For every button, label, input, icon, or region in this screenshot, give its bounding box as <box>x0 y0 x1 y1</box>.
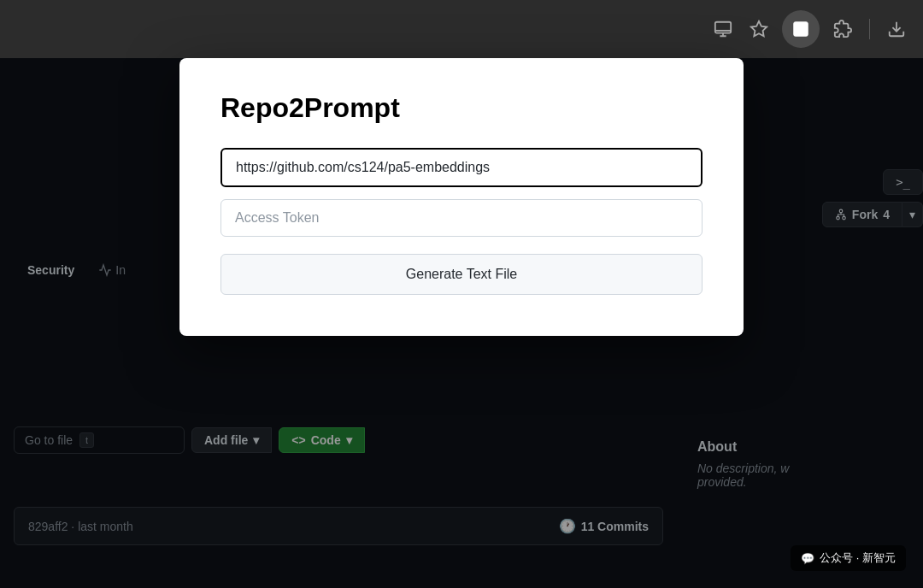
extension-icon[interactable] <box>830 16 855 42</box>
star-icon[interactable] <box>746 16 772 42</box>
download-icon[interactable] <box>884 16 909 42</box>
access-token-input[interactable] <box>220 199 703 237</box>
wechat-icon: 💬 <box>801 552 814 565</box>
url-input[interactable] <box>220 148 703 187</box>
divider <box>869 19 870 39</box>
cast-icon[interactable] <box>710 16 736 42</box>
repo2prompt-modal: Repo2Prompt Generate Text File <box>179 58 744 336</box>
svg-marker-1 <box>751 21 767 36</box>
svg-rect-2 <box>794 22 808 37</box>
wechat-label: 公众号 · 新智元 <box>820 550 896 566</box>
generate-button[interactable]: Generate Text File <box>220 254 703 295</box>
active-tab-icon[interactable] <box>782 10 820 48</box>
wechat-watermark: 💬 公众号 · 新智元 <box>791 545 906 571</box>
browser-chrome <box>0 0 923 58</box>
modal-title: Repo2Prompt <box>220 92 703 124</box>
